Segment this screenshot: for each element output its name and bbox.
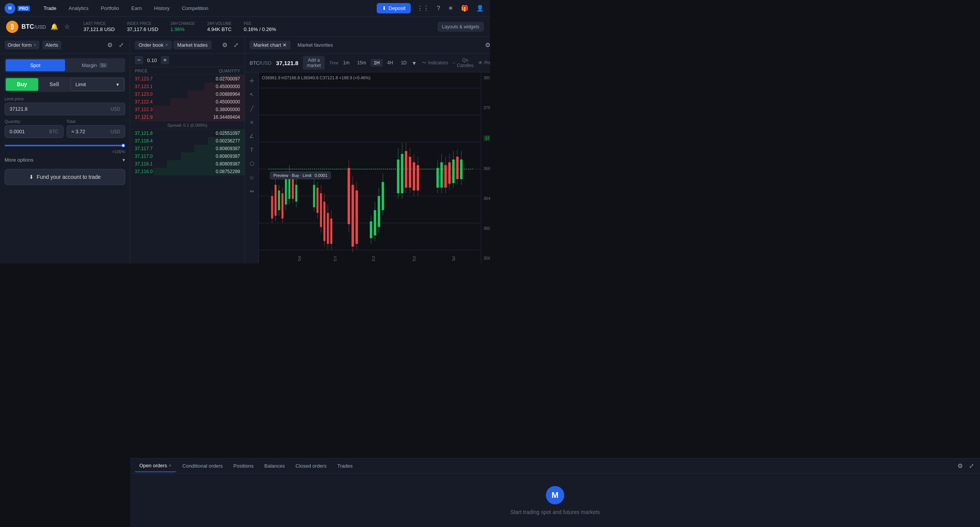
bid-row[interactable]: 37,116.0 0.08752289	[130, 168, 245, 175]
chart-close[interactable]: ✕	[283, 42, 287, 48]
limit-select[interactable]: Limit ▾	[70, 78, 124, 91]
margin-label: Margin	[82, 62, 97, 68]
bid-row[interactable]: 37,117.7 0.80809387	[130, 145, 245, 152]
line-tool[interactable]: ╱	[247, 103, 257, 114]
qty-control: − 0.10 +	[130, 54, 245, 67]
grid-icon-button[interactable]: ⋮⋮	[415, 3, 431, 13]
qty-minus-button[interactable]: −	[135, 56, 143, 64]
svg-text:23: 23	[413, 255, 416, 262]
ticker-symbol[interactable]: ₿ BTC/USD 🔔 ☆	[6, 21, 71, 33]
cursor-tool[interactable]: ↖	[247, 89, 257, 100]
ask-row[interactable]: 37,123.1 0.45000000	[130, 83, 245, 90]
alerts-tab[interactable]: Alerts	[42, 41, 61, 49]
main-layout: Order form ✕ Alerts ⚙ ⤢ Spot Margin 5x B…	[0, 37, 490, 264]
time-1d[interactable]: 1D	[398, 59, 410, 67]
expand-icon-button[interactable]: ⤢	[117, 40, 125, 50]
ask-row[interactable]: 37,123.0 0.00888964	[130, 90, 245, 98]
lines-tool[interactable]: ≡	[247, 117, 257, 128]
help-icon-button[interactable]: ?	[435, 3, 442, 13]
nav-analytics[interactable]: Analytics	[64, 3, 93, 13]
ask-row[interactable]: 37,122.4 0.45000000	[130, 98, 245, 106]
top-navigation: M PRO Trade Analytics Portfolio Earn His…	[0, 0, 490, 17]
nav-trade[interactable]: Trade	[39, 3, 61, 13]
deposit-icon: ⬇	[382, 5, 386, 11]
order-form-tab[interactable]: Order form ✕	[5, 41, 39, 49]
nav-earn[interactable]: Earn	[127, 3, 146, 13]
quantity-total-row: Quantity 0.0001 BTC Total ≈ 3.72 USD	[5, 119, 125, 142]
right-panel: Market chart ✕ Market favorites ⚙ ⤢ BTC/…	[245, 37, 490, 264]
qty-plus-button[interactable]: +	[161, 56, 169, 64]
measure-tool[interactable]: ⇔	[247, 186, 257, 196]
fee-stat: FEE 0.16% / 0.26%	[244, 21, 276, 32]
index-price-stat: INDEX PRICE 37,117.6 USD	[127, 21, 158, 32]
layouts-button[interactable]: Layouts & widgets	[438, 22, 484, 32]
text-tool[interactable]: T	[247, 144, 257, 155]
chart-area: ✛ ↖ ╱ ≡ ∠ T ⬡ ☺ ⇔ O36961.9 H37166.8 L369…	[245, 72, 490, 264]
market-trades-tab[interactable]: Market trades	[173, 41, 211, 49]
time-more-icon[interactable]: ▾	[411, 58, 417, 68]
logo[interactable]: M PRO	[5, 3, 30, 14]
ask-row[interactable]: 37,121.9 16.34489404	[130, 113, 245, 121]
limit-price-currency: USD	[111, 106, 120, 112]
chart-tab-label: Market chart	[253, 42, 281, 48]
theme-icon-button[interactable]: ☀	[446, 3, 455, 13]
order-type-tabs: Spot Margin 5x	[5, 58, 125, 72]
ob-settings-icon[interactable]: ⚙	[220, 40, 229, 50]
sell-tab[interactable]: Sell	[38, 78, 71, 91]
time-1h[interactable]: 1H	[371, 59, 382, 67]
indicators-button[interactable]: 〜 Indicators	[422, 60, 448, 66]
order-form-close[interactable]: ✕	[33, 43, 36, 47]
fund-account-button[interactable]: ⬇ Fund your account to trade	[5, 169, 125, 185]
market-trades-label: Market trades	[177, 42, 207, 48]
nav-history[interactable]: History	[150, 3, 174, 13]
ob-expand-icon[interactable]: ⤢	[232, 40, 240, 50]
deposit-button[interactable]: ⬇ Deposit	[377, 3, 411, 13]
market-favorites-tab[interactable]: Market favorites	[294, 41, 336, 49]
symbol-name: BTC/USD	[21, 23, 46, 30]
limit-price-label: Limit price	[5, 97, 125, 101]
order-book-tab[interactable]: Order book ✕	[135, 41, 172, 49]
market-chart-tab[interactable]: Market chart ✕	[250, 41, 291, 49]
angle-tool[interactable]: ∠	[247, 131, 257, 141]
bid-row[interactable]: 37,118.4 0.00236277	[130, 137, 245, 145]
emoji-tool[interactable]: ☺	[247, 172, 257, 183]
gift-icon-button[interactable]: 🎁	[459, 3, 470, 13]
orderbook-close[interactable]: ✕	[165, 43, 168, 47]
node-tool[interactable]: ⬡	[247, 158, 257, 169]
middle-panel: Order book ✕ Market trades ⚙ ⤢ − 0.10 + …	[130, 37, 245, 264]
candles-button[interactable]: ⎓ Qo Candles	[452, 57, 474, 68]
order-progress-bar[interactable]	[5, 145, 125, 146]
total-input[interactable]: ≈ 3.72 USD	[67, 125, 126, 138]
crosshair-tool[interactable]: ✛	[247, 75, 257, 86]
profile-icon-button[interactable]: 👤	[475, 3, 485, 13]
more-options-toggle[interactable]: More options ▾	[5, 154, 125, 166]
nav-portfolio[interactable]: Portfolio	[96, 3, 124, 13]
time-4h[interactable]: 4H	[384, 59, 396, 67]
candles-icon: ⎓	[452, 60, 455, 65]
ask-row[interactable]: 37,122.3 0.38000000	[130, 106, 245, 113]
previews-button[interactable]: 👁 Previews	[478, 60, 490, 65]
price-level-3: 36800.0	[483, 166, 490, 171]
spot-tab[interactable]: Spot	[6, 59, 65, 71]
limit-price-input[interactable]: 37121.8 USD	[5, 103, 125, 115]
chart-canvas[interactable]: O36961.9 H37166.8 L36940.6 C37121.8 +168…	[259, 72, 481, 264]
bell-icon-button[interactable]: 🔔	[49, 21, 60, 32]
quantity-input[interactable]: 0.0001 BTC	[5, 125, 64, 138]
bid-row[interactable]: 37,116.1 0.80809387	[130, 160, 245, 168]
bid-row[interactable]: 37,117.0 0.80809387	[130, 152, 245, 160]
progress-fill	[5, 145, 123, 146]
price-axis: 38000.0 37600.0 37121.8 36800.0 36400.0 …	[481, 72, 490, 264]
margin-tab[interactable]: Margin 5x	[65, 59, 124, 71]
time-1m[interactable]: 1m	[340, 59, 353, 67]
nav-competition[interactable]: Competition	[177, 3, 213, 13]
chart-settings-icon[interactable]: ⚙	[483, 40, 490, 50]
star-icon-button[interactable]: ☆	[63, 21, 71, 32]
add-market-button[interactable]: Add a market	[303, 56, 325, 70]
bid-row[interactable]: 37,121.8 0.02551097	[130, 129, 245, 137]
order-form-label: Order form	[8, 42, 32, 48]
bids-container: 37,121.8 0.02551097 37,118.4 0.00236277 …	[130, 129, 245, 175]
settings-icon-button[interactable]: ⚙	[106, 40, 114, 50]
buy-tab[interactable]: Buy	[6, 78, 38, 91]
time-15m[interactable]: 15m	[354, 59, 369, 67]
ask-row[interactable]: 37,123.7 0.02700097	[130, 75, 245, 83]
